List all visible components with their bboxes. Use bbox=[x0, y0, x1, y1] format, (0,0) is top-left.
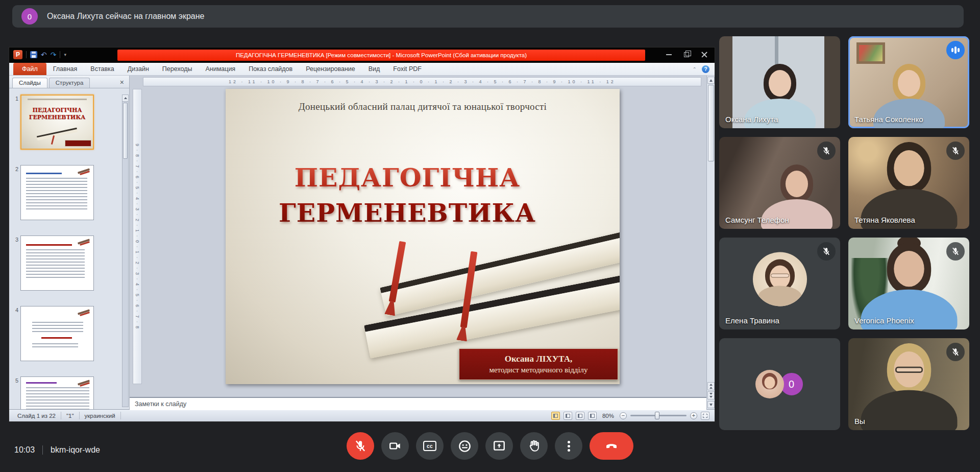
scroll-up-icon[interactable] bbox=[707, 77, 715, 84]
slide-thumb-row-1: 1 ПЕДАГОГІЧНА ГЕРМЕНЕВТИКА bbox=[12, 95, 129, 150]
participant-name: Veronica Phoenix bbox=[854, 316, 914, 325]
more-options-button[interactable] bbox=[555, 432, 582, 460]
status-slide-counter: Слайд 1 из 22 bbox=[12, 412, 61, 419]
participant-tile-you[interactable]: Вы bbox=[848, 338, 969, 430]
microphone-muted-button[interactable] bbox=[347, 432, 374, 460]
raise-hand-button[interactable] bbox=[520, 432, 548, 460]
thumb-books-icon bbox=[77, 309, 91, 315]
menu-animation[interactable]: Анимация bbox=[199, 63, 242, 75]
scroll-up-icon[interactable] bbox=[122, 95, 128, 102]
slide-title-text: ПЕДАГОГІЧНА ГЕРМЕНЕВТИКА bbox=[226, 160, 589, 230]
presenting-banner: 0 Оксана Лихута сейчас на главном экране bbox=[12, 5, 964, 28]
undo-icon[interactable]: ↶ bbox=[41, 51, 47, 58]
thumb-book-graphic bbox=[37, 128, 78, 140]
zoom-percentage[interactable]: 80% bbox=[600, 413, 616, 419]
zoom-slider[interactable] bbox=[630, 415, 687, 416]
help-icon[interactable]: ? bbox=[702, 65, 709, 73]
reactions-button[interactable] bbox=[451, 432, 478, 460]
window-controls bbox=[666, 50, 707, 60]
zoom-slider-thumb[interactable] bbox=[655, 412, 659, 419]
slide-thumb-row-2: 2 bbox=[12, 165, 129, 220]
qat-dropdown-icon[interactable]: ▾ bbox=[64, 52, 66, 57]
zoom-out-button[interactable]: − bbox=[620, 412, 627, 419]
scroll-down-icon[interactable] bbox=[707, 401, 715, 408]
participant-tile-veronica-phoenix[interactable]: Veronica Phoenix bbox=[848, 238, 969, 329]
thumb-author-box bbox=[65, 140, 91, 147]
end-call-button[interactable] bbox=[590, 432, 633, 460]
next-slide-button[interactable] bbox=[707, 391, 715, 399]
presenting-banner-text: Оксана Лихута сейчас на главном экране bbox=[47, 12, 204, 21]
save-icon[interactable] bbox=[30, 51, 37, 58]
fit-to-window-button[interactable] bbox=[701, 412, 709, 420]
panel-scrollbar[interactable] bbox=[122, 95, 129, 407]
slideshow-view-button[interactable] bbox=[588, 412, 597, 420]
scrollbar-thumb[interactable] bbox=[123, 103, 128, 159]
participant-avatar bbox=[753, 252, 807, 306]
menu-slideshow[interactable]: Показ слайдов bbox=[242, 63, 299, 75]
slide-thumbnail-list: 1 ПЕДАГОГІЧНА ГЕРМЕНЕВТИКА 2 bbox=[9, 88, 129, 409]
menu-home[interactable]: Главная bbox=[46, 63, 84, 75]
mic-muted-icon bbox=[946, 141, 965, 160]
present-screen-button[interactable] bbox=[485, 432, 513, 460]
captions-button[interactable]: cc bbox=[416, 432, 444, 460]
participant-tile-tatyana-sokolenko[interactable]: Татьяна Соколенко bbox=[848, 36, 969, 128]
horizontal-ruler: 12 · 11 · 10 · 9 · 8 · 7 · 6 · 5 · 4 · 3… bbox=[143, 77, 701, 86]
wall-picture bbox=[856, 42, 885, 64]
menu-file[interactable]: Файл bbox=[13, 63, 46, 75]
author-name: Оксана ЛІХУТА, bbox=[459, 354, 618, 364]
slide-thumbnail-1[interactable]: ПЕДАГОГІЧНА ГЕРМЕНЕВТИКА bbox=[20, 95, 94, 150]
slide-notes-input[interactable]: Заметки к слайду bbox=[130, 397, 706, 410]
thumb-heading-line bbox=[41, 337, 72, 339]
slide-number: 2 bbox=[12, 165, 20, 220]
mic-muted-icon bbox=[817, 141, 836, 160]
minimize-ribbon-icon[interactable]: ⌃ bbox=[693, 66, 697, 72]
zoom-in-button[interactable]: + bbox=[690, 412, 697, 419]
menu-view[interactable]: Вид bbox=[362, 63, 387, 75]
meeting-info: 10:03 bkm-iqor-wde bbox=[14, 445, 100, 455]
reading-view-button[interactable] bbox=[576, 412, 584, 420]
restore-icon[interactable] bbox=[684, 52, 689, 57]
close-icon[interactable] bbox=[701, 52, 707, 58]
participant-tile-oksana-likhuta[interactable]: Оксана Лихута bbox=[719, 36, 840, 128]
panel-close-icon[interactable]: × bbox=[120, 79, 126, 88]
menu-review[interactable]: Рецензирование bbox=[299, 63, 362, 75]
tab-slides[interactable]: Слайды bbox=[12, 78, 47, 88]
ppt-statusbar: Слайд 1 из 22 "1" украинский 80% − + bbox=[9, 409, 715, 421]
participant-tile-tetyana-yakovleva[interactable]: Тетяна Яковлева bbox=[848, 137, 969, 229]
slide-thumb-row-4: 4 bbox=[12, 306, 129, 361]
slide-canvas[interactable]: Донецький обласний палац дитячої та юнац… bbox=[226, 89, 620, 384]
scrollbar-thumb[interactable] bbox=[708, 85, 714, 161]
tab-outline[interactable]: Структура bbox=[49, 78, 90, 88]
slide-number: 4 bbox=[12, 306, 20, 361]
slide-editing-area: 12 · 11 · 10 · 9 · 8 · 7 · 6 · 5 · 4 · 3… bbox=[130, 76, 706, 397]
slide-header-text: Донецький обласний палац дитячої та юнац… bbox=[226, 101, 620, 112]
slide-sorter-view-button[interactable] bbox=[564, 412, 572, 420]
menu-transitions[interactable]: Переходы bbox=[156, 63, 199, 75]
menu-design[interactable]: Дизайн bbox=[121, 63, 156, 75]
slide-thumbnail-3[interactable] bbox=[20, 235, 94, 291]
powerpoint-logo-icon[interactable]: P bbox=[13, 50, 22, 59]
previous-slide-button[interactable] bbox=[707, 382, 715, 390]
divider bbox=[42, 445, 43, 455]
menu-foxit-pdf[interactable]: Foxit PDF bbox=[386, 63, 428, 75]
slide-thumbnail-2[interactable] bbox=[20, 165, 94, 220]
normal-view-button[interactable] bbox=[551, 412, 560, 420]
mic-muted-icon bbox=[946, 242, 965, 261]
slide-number: 3 bbox=[12, 235, 20, 291]
thumb-title: ПЕДАГОГІЧНА ГЕРМЕНЕВТИКА bbox=[21, 107, 93, 122]
status-language[interactable]: украинский bbox=[80, 412, 121, 419]
redo-icon[interactable]: ↷ bbox=[51, 51, 57, 58]
canvas-scrollbar[interactable] bbox=[706, 76, 715, 409]
mic-muted-icon bbox=[946, 343, 965, 361]
participant-tile-samsung-telefon[interactable]: Самсунг Телефон bbox=[719, 137, 840, 229]
slide-thumbnail-4[interactable] bbox=[20, 306, 94, 361]
thumb-books-icon bbox=[77, 379, 91, 386]
participant-tile-elena-travina[interactable]: Елена Травина bbox=[719, 238, 840, 329]
menu-insert[interactable]: Вставка bbox=[84, 63, 120, 75]
minimize-icon[interactable] bbox=[666, 54, 672, 55]
camera-button[interactable] bbox=[381, 432, 409, 460]
participant-tile-avatar-only[interactable]: 0 bbox=[719, 338, 840, 430]
ppt-titlebar[interactable]: P ↶ ↷ ▾ ПЕДАГОГІЧНА ГЕРМЕНЕВТИКА [Режим … bbox=[9, 48, 715, 63]
slide-thumbnail-5[interactable] bbox=[20, 376, 94, 409]
vertical-ruler: 9 · 8 · 7 · 6 · 5 · 4 · 3 · 2 · 1 · 0 · … bbox=[133, 89, 142, 384]
